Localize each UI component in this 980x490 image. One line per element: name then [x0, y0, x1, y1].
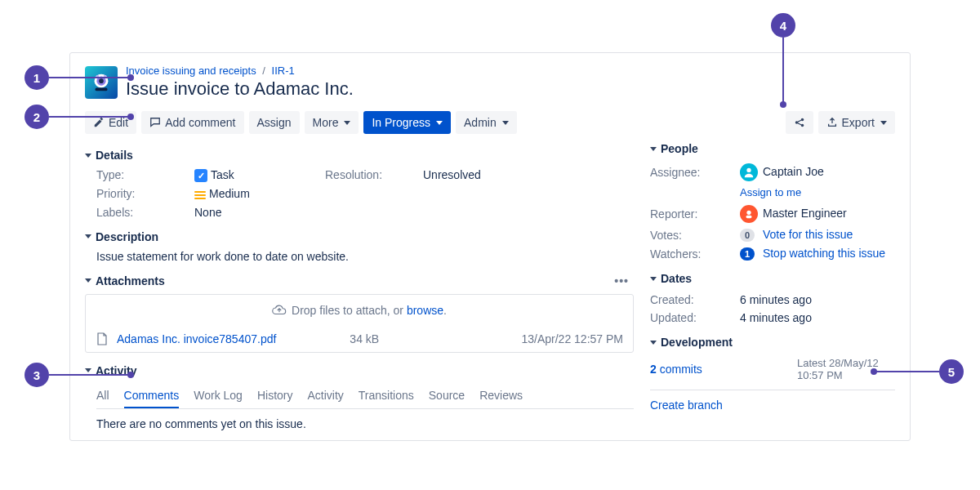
attachments-dropzone[interactable]: Drop files to attach, or browse. Adamas …	[85, 294, 634, 353]
chevron-down-icon	[344, 121, 350, 125]
reporter-avatar	[740, 205, 758, 223]
resolution-label: Resolution:	[325, 168, 423, 182]
tab-worklog[interactable]: Work Log	[194, 384, 243, 408]
breadcrumb-project-link[interactable]: Invoice issuing and receipts	[126, 65, 256, 77]
chevron-down-icon	[650, 341, 657, 345]
share-button[interactable]	[786, 111, 813, 134]
admin-button[interactable]: Admin	[456, 111, 517, 134]
svg-point-9	[746, 168, 751, 172]
development-section-title: Development	[661, 336, 733, 349]
edit-label: Edit	[109, 116, 128, 129]
chevron-down-icon	[650, 147, 657, 151]
assign-button[interactable]: Assign	[249, 111, 300, 134]
svg-rect-5	[96, 87, 108, 91]
annotation-4: 4	[771, 13, 795, 38]
admin-label: Admin	[464, 116, 497, 129]
chevron-down-icon	[85, 278, 91, 283]
labels-value: None	[194, 206, 325, 219]
chevron-down-icon	[650, 277, 657, 281]
dropzone-hint: Drop files to attach, or browse.	[292, 304, 447, 317]
issue-panel: Invoice issuing and receipts / IIR-1 Iss…	[69, 52, 911, 441]
file-icon	[96, 332, 109, 345]
create-branch-link[interactable]: Create branch	[650, 399, 723, 412]
people-section-title: People	[661, 142, 698, 155]
attachments-menu-button[interactable]: •••	[614, 274, 634, 287]
priority-medium-icon	[194, 189, 206, 201]
chevron-down-icon	[502, 121, 509, 125]
details-section-toggle[interactable]: Details	[85, 149, 634, 162]
pencil-icon	[93, 117, 105, 128]
tab-history[interactable]: History	[257, 384, 293, 408]
commits-link[interactable]: 2 commits	[650, 363, 702, 376]
labels-label: Labels:	[96, 206, 194, 219]
add-comment-label: Add comment	[165, 116, 235, 129]
svg-rect-11	[746, 216, 752, 219]
chevron-down-icon	[436, 121, 443, 125]
breadcrumb: Invoice issuing and receipts / IIR-1	[126, 65, 354, 77]
add-comment-button[interactable]: Add comment	[141, 111, 243, 134]
attachment-size: 34 kB	[350, 332, 379, 345]
status-label: In Progress	[372, 116, 430, 129]
description-section-toggle[interactable]: Description	[85, 230, 634, 243]
created-label: Created:	[650, 293, 740, 306]
attachments-section-toggle[interactable]: Attachments	[85, 274, 165, 287]
attachment-filename-link[interactable]: Adamas Inc. invoice785407.pdf	[117, 332, 276, 345]
priority-value: Medium	[194, 187, 325, 200]
watchers-link[interactable]: Stop watching this issue	[763, 247, 885, 260]
assignee-value: Captain Joe	[740, 163, 824, 181]
tab-source[interactable]: Source	[429, 384, 465, 408]
svg-point-7	[800, 118, 804, 122]
cloud-upload-icon	[272, 303, 287, 318]
tab-all[interactable]: All	[96, 384, 109, 408]
activity-section-toggle[interactable]: Activity	[85, 364, 634, 377]
task-icon	[194, 169, 207, 182]
watchers-count-badge: 1	[740, 247, 755, 261]
chevron-down-icon	[85, 368, 91, 372]
more-label: More	[313, 116, 339, 129]
annotation-2: 2	[24, 105, 49, 129]
assign-to-me-link[interactable]: Assign to me	[740, 186, 801, 198]
votes-count-badge: 0	[740, 229, 755, 242]
avatar-icon	[743, 167, 755, 178]
project-icon	[85, 66, 118, 99]
annotation-3: 3	[24, 363, 49, 387]
share-icon	[794, 117, 805, 128]
export-button[interactable]: Export	[818, 111, 895, 134]
status-button[interactable]: In Progress	[363, 111, 451, 134]
export-icon	[826, 117, 838, 128]
no-comments-text: There are no comments yet on this issue.	[96, 417, 634, 430]
updated-value: 4 minutes ago	[740, 311, 812, 324]
dates-section-toggle[interactable]: Dates	[650, 272, 895, 285]
vote-link[interactable]: Vote for this issue	[763, 228, 853, 241]
svg-point-2	[99, 78, 104, 83]
watchers-label: Watchers:	[650, 247, 740, 261]
tab-transitions[interactable]: Transitions	[359, 384, 414, 408]
latest-commit-time: Latest 28/May/1210:57 PM	[797, 357, 895, 381]
breadcrumb-separator: /	[262, 65, 265, 77]
development-section-toggle[interactable]: Development	[650, 336, 895, 349]
comment-icon	[149, 117, 161, 128]
browse-link[interactable]: browse	[407, 304, 443, 317]
chevron-down-icon	[85, 234, 91, 238]
resolution-value: Unresolved	[423, 168, 521, 182]
details-section-title: Details	[96, 149, 133, 162]
breadcrumb-issue-key-link[interactable]: IIR-1	[272, 65, 295, 77]
created-value: 6 minutes ago	[740, 293, 812, 306]
attachment-row: Adamas Inc. invoice785407.pdf 34 kB 13/A…	[86, 326, 633, 352]
tab-activity[interactable]: Activity	[307, 384, 343, 408]
export-label: Export	[842, 116, 875, 129]
type-value: Task	[194, 168, 325, 182]
updated-label: Updated:	[650, 311, 740, 324]
annotation-5: 5	[939, 359, 964, 384]
more-button[interactable]: More	[305, 111, 359, 134]
assignee-avatar	[740, 163, 758, 181]
description-text: Issue statement for work done to date on…	[96, 250, 634, 263]
reporter-value: Master Engineer	[740, 205, 847, 223]
tab-reviews[interactable]: Reviews	[479, 384, 523, 408]
attachment-date: 13/Apr/22 12:57 PM	[521, 332, 623, 345]
people-section-toggle[interactable]: People	[650, 142, 895, 155]
tab-comments[interactable]: Comments	[124, 384, 180, 408]
type-label: Type:	[96, 168, 194, 182]
project-avatar-icon	[89, 70, 114, 95]
chevron-down-icon	[880, 121, 887, 125]
